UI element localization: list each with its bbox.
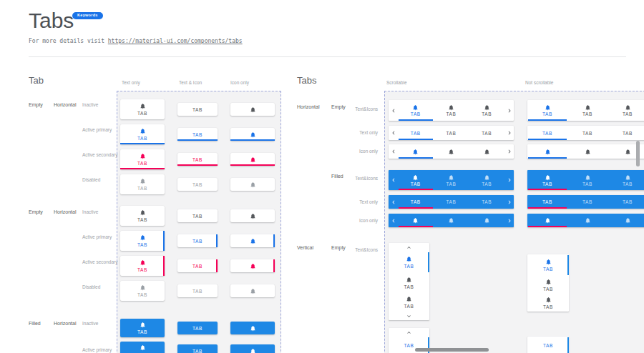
tab-cell-active-primary[interactable]: TAB	[120, 231, 165, 251]
tab-active[interactable]: TAB	[527, 337, 569, 353]
chevron-left-icon[interactable]	[389, 126, 398, 140]
chevron-up-icon[interactable]	[389, 243, 429, 252]
tabs-bar-scrollable-text: TAB TAB TAB	[389, 126, 514, 140]
bell-icon	[140, 103, 146, 109]
horizontal-scrollbar-thumb[interactable]	[415, 348, 489, 352]
tab[interactable]: TAB	[389, 293, 429, 312]
tab[interactable]: TAB	[608, 100, 644, 121]
tab-label: TAB	[482, 131, 492, 136]
tab-cell-active-primary[interactable]: TAB	[177, 234, 218, 247]
tab-cell-disabled[interactable]	[230, 284, 275, 297]
tabs-bar-fixed-icon	[527, 144, 644, 159]
tab-cell-disabled[interactable]: TAB	[120, 281, 165, 301]
chevron-left-icon[interactable]	[389, 214, 398, 227]
tab-cell-inactive[interactable]: TAB	[120, 99, 165, 119]
tab[interactable]: TAB	[567, 195, 608, 209]
tab-cell-active-primary[interactable]	[230, 234, 275, 247]
chevron-right-icon[interactable]	[504, 214, 514, 227]
docs-link[interactable]: https://material-ui.com/components/tabs	[108, 38, 243, 44]
tab[interactable]: TAB	[389, 273, 429, 293]
tab[interactable]: TAB	[527, 276, 569, 294]
tab-label: TAB	[411, 131, 421, 136]
tab-cell-inactive[interactable]: TAB	[177, 103, 218, 116]
tab-cell-inactive[interactable]: TAB	[177, 209, 218, 222]
tab-cell-active-secondary[interactable]: TAB	[120, 149, 165, 169]
tab[interactable]: TAB	[608, 170, 644, 190]
tab[interactable]: TAB	[469, 170, 504, 190]
tab[interactable]	[434, 144, 469, 159]
tab-cell-active-secondary[interactable]: TAB	[177, 153, 218, 166]
chevron-left-icon[interactable]	[389, 144, 398, 159]
tab-active[interactable]: TAB	[527, 126, 567, 140]
tab[interactable]	[469, 214, 504, 227]
tab[interactable]: TAB	[434, 195, 469, 209]
tab-active[interactable]: TAB	[398, 100, 434, 121]
tab[interactable]: TAB	[567, 100, 608, 121]
tab-cell-filled[interactable]	[230, 322, 275, 334]
tab-active[interactable]: TAB	[398, 195, 434, 209]
tab-cell-label: TAB	[137, 161, 147, 166]
group-orientation-label: Horizontal	[54, 102, 77, 107]
tab[interactable]: TAB	[469, 100, 504, 121]
tab[interactable]: TAB	[567, 170, 608, 190]
tab-cell-inactive[interactable]	[230, 209, 275, 222]
tab[interactable]: TAB	[527, 294, 569, 312]
tab-cell-active-secondary[interactable]	[230, 259, 275, 272]
tab[interactable]: TAB	[434, 170, 469, 190]
tab[interactable]: TAB	[434, 100, 469, 121]
tab-active[interactable]	[527, 214, 567, 227]
tab-active[interactable]	[527, 144, 567, 159]
tab[interactable]: TAB	[469, 126, 504, 140]
tab[interactable]	[567, 144, 608, 159]
tab-cell-active-secondary[interactable]: TAB	[120, 256, 165, 276]
chevron-left-icon[interactable]	[389, 195, 398, 209]
tab[interactable]	[434, 214, 469, 227]
tab-cell-filled[interactable]: TAB	[177, 322, 218, 334]
tab-active[interactable]: TAB	[389, 252, 429, 273]
tab-cell-filled[interactable]: TAB	[120, 319, 165, 337]
chevron-right-icon[interactable]	[504, 144, 514, 159]
tab-cell-disabled[interactable]: TAB	[120, 174, 165, 194]
tab-cell-active-secondary[interactable]: TAB	[177, 259, 218, 272]
tab[interactable]: TAB	[469, 195, 504, 209]
tab-cell-filled[interactable]: TAB	[177, 344, 218, 353]
tab-cell-active-secondary[interactable]	[230, 153, 275, 166]
tab-active[interactable]: TAB	[527, 254, 569, 276]
tab-cell-inactive[interactable]	[230, 103, 275, 116]
tab-active[interactable]: TAB	[527, 100, 567, 121]
tab-cell-filled[interactable]: TAB	[120, 342, 165, 353]
vertical-scrollbar-thumb[interactable]	[636, 141, 640, 166]
tab-cell-active-primary[interactable]: TAB	[177, 128, 218, 141]
chevron-right-icon[interactable]	[504, 195, 514, 209]
tab[interactable]	[469, 144, 504, 159]
tab-active[interactable]: TAB	[527, 195, 567, 209]
tab-active[interactable]: TAB	[527, 170, 567, 190]
chevron-right-icon[interactable]	[504, 126, 514, 140]
tab[interactable]: TAB	[434, 126, 469, 140]
chevron-right-icon[interactable]	[504, 100, 514, 121]
tab-cell-disabled[interactable]	[230, 178, 275, 191]
chevron-down-icon[interactable]	[389, 312, 429, 320]
chevron-up-icon[interactable]	[389, 328, 429, 337]
tab-active[interactable]	[398, 214, 434, 227]
tab-cell-active-primary[interactable]	[230, 128, 275, 141]
tab-active[interactable]: TAB	[398, 126, 434, 140]
tab-cell-filled[interactable]	[230, 344, 275, 353]
tab-active[interactable]: TAB	[398, 170, 434, 190]
tab[interactable]	[567, 214, 608, 227]
tab[interactable]: TAB	[608, 195, 644, 209]
tab-cell-disabled[interactable]: TAB	[177, 284, 218, 297]
tab-cell-disabled[interactable]: TAB	[177, 178, 218, 191]
tab-cell-active-primary[interactable]: TAB	[120, 124, 165, 144]
tab-cell-label: TAB	[137, 242, 147, 247]
chevron-left-icon[interactable]	[389, 100, 398, 121]
tab[interactable]: TAB	[608, 126, 644, 140]
tab[interactable]	[608, 214, 644, 227]
chevron-right-icon[interactable]	[504, 170, 514, 190]
tab-cell-inactive[interactable]: TAB	[120, 206, 165, 226]
tab[interactable]: TAB	[567, 126, 608, 140]
tab-active[interactable]	[398, 144, 434, 159]
col-header-icon-only: Icon only	[230, 80, 249, 85]
chevron-left-icon[interactable]	[389, 170, 398, 190]
tab-label: TAB	[411, 182, 421, 187]
